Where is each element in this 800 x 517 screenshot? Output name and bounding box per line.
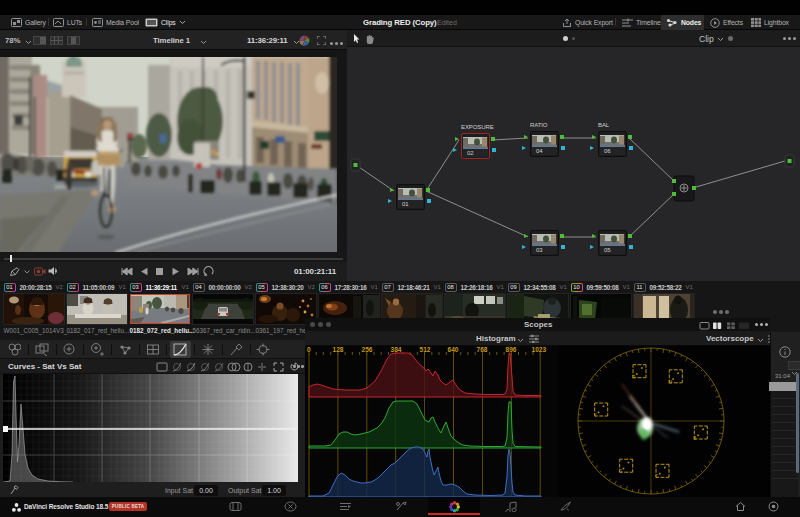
svg-text:128: 128 (333, 346, 344, 353)
svg-text:256: 256 (362, 346, 373, 353)
svg-text:B: B (693, 436, 696, 441)
svg-text:1023: 1023 (532, 346, 547, 353)
svg-text:Y: Y (594, 413, 597, 418)
svg-text:384: 384 (391, 346, 402, 353)
svg-text:640: 640 (448, 346, 459, 353)
svg-text:512: 512 (420, 346, 431, 353)
svg-text:M: M (668, 380, 672, 385)
svg-text:896: 896 (506, 346, 517, 353)
svg-text:768: 768 (477, 346, 488, 353)
svg-text:G: G (619, 469, 623, 474)
svg-text:0: 0 (307, 346, 311, 353)
